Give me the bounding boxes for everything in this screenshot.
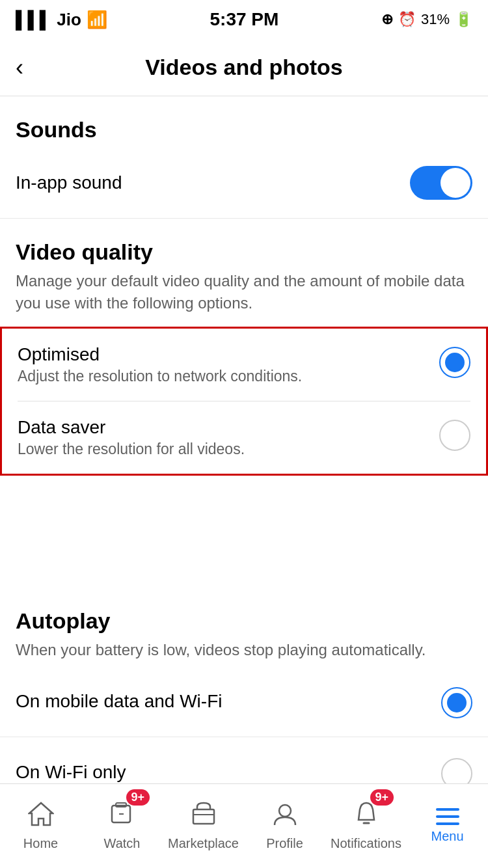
lock-icon: ⊕ (381, 11, 393, 28)
status-left: ▌▌▌ Jio 📶 (16, 10, 107, 30)
notifications-icon (353, 802, 379, 832)
autoplay-desc: When your battery is low, videos stop pl… (16, 639, 472, 661)
nav-item-notifications[interactable]: 9+ Notifications (325, 784, 407, 868)
marketplace-icon (191, 802, 217, 832)
data-saver-label: Data saver (18, 417, 429, 438)
page-title: Videos and photos (145, 55, 343, 80)
watch-badge: 9+ (126, 789, 150, 806)
autoplay-section-header: Autoplay When your battery is low, video… (0, 588, 488, 666)
battery-level: 31% (421, 11, 450, 28)
nav-item-marketplace[interactable]: Marketplace (163, 784, 244, 868)
status-bar: ▌▌▌ Jio 📶 5:37 PM ⊕ ⏰ 31% 🔋 (0, 0, 488, 39)
header: ‹ Videos and photos (0, 39, 488, 96)
nav-item-profile[interactable]: Profile (244, 784, 325, 868)
nav-label-menu: Menu (431, 829, 463, 844)
nav-label-notifications: Notifications (331, 836, 401, 851)
data-saver-radio[interactable] (439, 420, 470, 451)
mobile-wifi-radio[interactable] (441, 687, 472, 718)
in-app-sound-row: In-app sound (0, 148, 488, 219)
signal-icon: ▌▌▌ (16, 10, 51, 30)
svg-rect-6 (193, 809, 214, 824)
video-quality-options: Optimised Adjust the resolution to netwo… (0, 327, 488, 476)
nav-label-marketplace: Marketplace (168, 836, 239, 851)
video-quality-section-header: Video quality Manage your default video … (0, 219, 488, 319)
notifications-badge: 9+ (370, 789, 394, 806)
nav-item-home[interactable]: Home (0, 784, 81, 868)
nav-item-menu[interactable]: Menu (407, 784, 488, 868)
nav-item-watch[interactable]: 9+ Watch (81, 784, 163, 868)
profile-icon (272, 802, 298, 832)
wifi-icon: 📶 (87, 10, 107, 30)
video-quality-title: Video quality (16, 239, 472, 265)
battery-icon: 🔋 (455, 11, 472, 28)
back-button[interactable]: ‹ (16, 54, 23, 81)
status-right: ⊕ ⏰ 31% 🔋 (381, 11, 472, 28)
nav-label-profile: Profile (266, 836, 303, 851)
nav-label-watch: Watch (104, 836, 141, 851)
in-app-sound-label: In-app sound (16, 172, 410, 193)
svg-point-8 (279, 805, 291, 817)
status-time: 5:37 PM (210, 9, 278, 30)
sounds-title: Sounds (16, 117, 472, 142)
video-quality-desc: Manage your default video quality and th… (16, 270, 472, 314)
svg-marker-2 (29, 803, 53, 825)
watch-icon (109, 802, 135, 832)
bottom-nav: Home 9+ Watch Marketplace (0, 783, 488, 868)
in-app-sound-toggle[interactable] (410, 166, 472, 200)
home-icon (28, 802, 54, 832)
nav-label-home: Home (23, 836, 58, 851)
autoplay-title: Autoplay (16, 608, 472, 634)
sounds-section-header: Sounds (0, 96, 488, 148)
optimised-radio[interactable] (439, 347, 470, 378)
mobile-wifi-row[interactable]: On mobile data and Wi-Fi (0, 666, 488, 737)
toggle-knob (441, 168, 470, 198)
data-saver-desc: Lower the resolution for all videos. (18, 441, 429, 458)
mobile-wifi-label: On mobile data and Wi-Fi (16, 691, 431, 712)
alarm-icon: ⏰ (398, 11, 416, 28)
optimised-label: Optimised (18, 344, 429, 365)
optimised-row[interactable]: Optimised Adjust the resolution to netwo… (2, 329, 486, 401)
menu-icon (436, 808, 459, 825)
carrier-name: Jio (57, 10, 81, 30)
data-saver-row[interactable]: Data saver Lower the resolution for all … (2, 401, 486, 474)
optimised-desc: Adjust the resolution to network conditi… (18, 368, 429, 385)
wifi-only-label: On Wi-Fi only (16, 762, 431, 783)
